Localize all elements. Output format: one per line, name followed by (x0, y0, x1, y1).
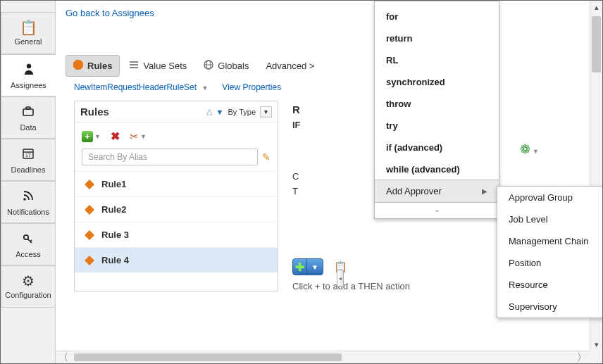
rules-toolbar: + ▼ ✖ ✂ ▼ (75, 123, 278, 149)
tab-notifications[interactable]: Notifications (1, 181, 55, 223)
chevron-down-icon: ▼ (533, 148, 539, 155)
submenu-item-position[interactable]: Position (497, 252, 602, 274)
scroll-right-arrow[interactable]: 〉 (574, 351, 590, 363)
sort-label: By Type (228, 108, 256, 116)
menu-item-return[interactable]: return (375, 27, 499, 49)
sort-select[interactable]: ▾ (260, 106, 272, 118)
chevron-down-icon: ▼ (201, 84, 208, 92)
briefcase-icon (21, 104, 35, 120)
tab-data[interactable]: Data (1, 96, 55, 139)
delete-icon: ✖ (111, 130, 120, 143)
submenu-item-resource[interactable]: Resource (497, 274, 602, 296)
rules-icon (73, 60, 83, 72)
rule-name: Rule 3 (101, 230, 129, 240)
search-input[interactable]: Search By Alias (82, 149, 258, 165)
scroll-track[interactable] (71, 351, 574, 363)
rule-icon (85, 256, 94, 265)
rule-icon (85, 230, 94, 240)
svg-point-6 (23, 198, 26, 201)
tab-general[interactable]: 📋 General (1, 12, 55, 54)
add-then-action-button[interactable]: ✚ ▼ (292, 258, 323, 275)
person-icon (22, 62, 36, 78)
tab-label: General (14, 37, 42, 46)
calendar-icon: 17 (21, 146, 35, 163)
submenu-item-management-chain[interactable]: Management Chain (497, 230, 602, 252)
tab-value-sets[interactable]: Value Sets (121, 55, 194, 77)
svg-rect-17 (85, 230, 94, 240)
cut-rule-button[interactable]: ✂ ▼ (130, 130, 147, 143)
globe-icon (204, 60, 213, 72)
menu-item-synchronized[interactable]: synchronized (375, 71, 499, 93)
menu-scroll-down[interactable]: ⌄ (375, 202, 499, 218)
tab-label: Data (20, 123, 36, 132)
menu-item-try[interactable]: try (375, 115, 499, 137)
scroll-down-arrow[interactable]: ▾ (590, 338, 602, 351)
submenu-item-approval-group[interactable]: Approval Group (497, 187, 602, 208)
plus-icon: ✚ (293, 258, 307, 275)
tab-globals[interactable]: Globals (196, 55, 256, 77)
tab-label: Notifications (7, 208, 49, 216)
tab-label: Deadlines (11, 165, 46, 174)
scroll-up-arrow[interactable]: ▴ (590, 1, 602, 13)
tab-access[interactable]: Access (1, 223, 55, 265)
rule-name: Rule1 (101, 179, 126, 189)
horizontal-scrollbar[interactable]: 〈 〉 (56, 351, 590, 363)
svg-point-0 (26, 63, 30, 68)
rule-settings-button[interactable]: ❁ ▼ (520, 146, 539, 156)
tab-label: Globals (218, 61, 249, 71)
scroll-left-arrow[interactable]: 〈 (56, 351, 71, 363)
svg-rect-15 (85, 180, 94, 189)
delete-rule-button[interactable]: ✖ (111, 130, 120, 143)
rules-title: Rules (80, 106, 109, 118)
rules-panel: Rules △ ▼ By Type ▾ + ▼ ✖ (74, 101, 278, 291)
svg-rect-9 (130, 61, 138, 63)
svg-rect-10 (130, 64, 138, 65)
tab-configuration[interactable]: ⚙ Configuration (1, 265, 55, 308)
rule-item[interactable]: Rule1 (75, 171, 278, 196)
list-icon (129, 60, 139, 72)
add-rule-button[interactable]: + ▼ (82, 131, 101, 142)
gear-icon: ⚙ (22, 274, 35, 288)
tab-assignees[interactable]: Assignees (1, 54, 56, 96)
tab-advanced[interactable]: Advanced > (258, 56, 322, 76)
rule-item[interactable]: Rule2 (75, 196, 278, 222)
menu-item-throw[interactable]: throw (375, 93, 499, 115)
tab-label: Value Sets (143, 61, 187, 71)
scroll-corner (590, 351, 602, 363)
submenu-item-supervisory[interactable]: Supervisory (497, 296, 602, 318)
scissors-icon: ✂ (130, 130, 139, 143)
key-icon (21, 231, 35, 247)
menu-item-add-approver[interactable]: Add Approver ▶ (375, 180, 499, 203)
view-properties-link[interactable]: View Properties (222, 82, 281, 92)
rule-item[interactable]: Rule 3 (75, 222, 278, 247)
rss-icon (21, 189, 35, 205)
tab-label: Rules (87, 61, 112, 71)
sort-control[interactable]: △ ▼ By Type ▾ (206, 106, 272, 118)
ruleset-name: NewItemRequestHeaderRuleSet (74, 82, 197, 92)
submenu-add-approver: Approval Group Job Level Management Chai… (497, 186, 602, 318)
edit-icon[interactable]: ✎ (262, 151, 271, 163)
context-menu: for return RL synchronized throw try if … (374, 1, 499, 219)
submenu-item-job-level[interactable]: Job Level (497, 208, 602, 230)
scroll-thumb[interactable] (592, 16, 601, 73)
go-back-link[interactable]: Go back to Assignees (56, 1, 164, 23)
svg-rect-1 (23, 109, 33, 115)
menu-item-for[interactable]: for (375, 6, 499, 27)
menu-item-if-advanced[interactable]: if (advanced) (375, 137, 499, 158)
tab-deadlines[interactable]: 17 Deadlines (1, 139, 55, 181)
svg-text:17: 17 (25, 153, 31, 158)
rule-name: Rule2 (101, 204, 126, 215)
splitter-handle[interactable]: ◂ (337, 270, 344, 287)
rule-item[interactable]: Rule 4 (75, 247, 278, 272)
scroll-thumb[interactable] (74, 353, 342, 361)
tab-rules[interactable]: Rules (66, 55, 120, 77)
menu-item-while-advanced[interactable]: while (advanced) (375, 158, 499, 180)
ruleset-dropdown[interactable]: NewItemRequestHeaderRuleSet ▼ (74, 82, 208, 92)
top-tabs: Rules Value Sets Globals Advanced > (56, 55, 602, 77)
sort-asc-icon: △ (206, 107, 212, 116)
menu-item-rl[interactable]: RL (375, 49, 499, 71)
chevron-right-icon: ▶ (482, 187, 487, 195)
svg-rect-11 (130, 67, 138, 68)
svg-rect-16 (85, 205, 94, 215)
plus-icon: + (82, 131, 93, 142)
